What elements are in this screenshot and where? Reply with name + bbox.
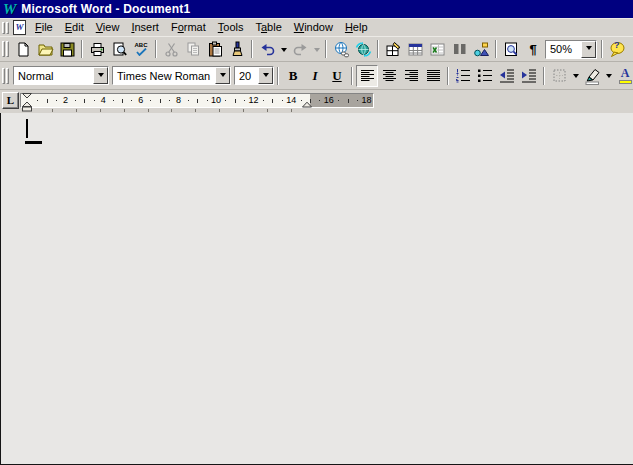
center-button[interactable] [378,65,400,87]
columns-button[interactable] [448,38,470,60]
default-tab-stop-tick [124,109,125,112]
left-indent-marker[interactable] [22,101,33,112]
highlight-button[interactable] [581,65,603,87]
tables-and-borders-button[interactable] [382,38,404,60]
font-size-combobox[interactable]: 20 [234,66,274,85]
zoom-dropdown-arrow[interactable] [581,41,596,58]
default-tab-stop-tick [100,109,101,112]
redo-button[interactable] [289,38,311,60]
ruler-mark [338,100,339,101]
undo-button[interactable] [256,38,278,60]
numbered-list-icon [455,68,471,83]
bold-icon: B [289,69,298,82]
redo-dropdown-arrow[interactable] [311,38,322,60]
numbering-button[interactable] [452,65,474,87]
toolbar-separator [81,40,83,58]
ruler-mark [282,100,283,101]
font-color-icon: A [619,68,632,84]
font-size-dropdown-arrow[interactable] [258,67,273,84]
print-button[interactable] [86,38,108,60]
menu-item-edit[interactable]: Edit [59,19,90,36]
italic-icon: I [312,69,317,82]
columns-icon [451,41,468,58]
bold-button[interactable]: B [282,65,304,87]
web-globe-icon [355,41,372,58]
ruler-mark: 16 [324,95,334,105]
cut-button[interactable] [160,38,182,60]
horizontal-ruler[interactable]: 24681012141618 [20,93,374,108]
font-color-button[interactable]: A [614,65,633,87]
underline-button[interactable]: U [326,65,348,87]
menu-item-file[interactable]: File [29,19,59,36]
border-dropdown-arrow[interactable] [570,65,581,87]
font-combobox[interactable]: Times New Roman [112,66,231,85]
tab-alignment-selector[interactable]: L [2,92,19,109]
menu-item-help[interactable]: Help [339,19,374,36]
first-line-indent-marker[interactable] [22,93,33,99]
document-map-button[interactable] [500,38,522,60]
highlight-pen-icon [584,67,601,85]
ruler-mark: 6 [138,95,143,105]
menu-bar: W FileEditViewInsertFormatToolsTableWind… [0,18,633,36]
bullets-button[interactable] [474,65,496,87]
menu-item-insert[interactable]: Insert [125,19,165,36]
increase-indent-button[interactable] [518,65,540,87]
menu-item-view[interactable]: View [90,19,126,36]
copy-button[interactable] [182,38,204,60]
decrease-indent-button[interactable] [496,65,518,87]
style-combobox[interactable]: Normal [13,66,109,85]
window-title: Microsoft Word - Document1 [21,2,190,16]
align-left-button[interactable] [356,65,378,87]
office-assistant-button[interactable]: ? [606,38,628,60]
formatting-toolbar-grip[interactable] [2,68,9,84]
print-preview-button[interactable] [108,38,130,60]
insert-table-button[interactable] [404,38,426,60]
font-dropdown-arrow[interactable] [215,67,230,84]
justify-button[interactable] [422,65,444,87]
document-control-icon[interactable]: W [13,20,26,35]
ruler-mark [197,99,198,103]
ruler-mark [113,100,114,101]
insert-hyperlink-button[interactable] [330,38,352,60]
format-painter-button[interactable] [226,38,248,60]
ruler-mark: 14 [286,95,296,105]
save-button[interactable] [56,38,78,60]
standard-toolbar-grip[interactable] [2,41,9,57]
style-dropdown-arrow[interactable] [93,67,108,84]
toolbar-separator [447,67,449,85]
right-indent-marker[interactable] [302,101,313,108]
default-tab-stop-tick [76,109,77,112]
ruler-mark [150,100,151,101]
menu-item-window[interactable]: Window [288,19,339,36]
italic-button[interactable]: I [304,65,326,87]
ruler-mark [319,100,320,101]
outside-border-button[interactable] [548,65,570,87]
web-toolbar-button[interactable] [352,38,374,60]
ruler-mark [75,100,76,101]
menu-item-tools[interactable]: Tools [212,19,250,36]
title-bar[interactable]: W Microsoft Word - Document1 [0,0,633,18]
document-area[interactable] [0,113,633,465]
spelling-grammar-button[interactable]: ABC [130,38,152,60]
menu-item-table[interactable]: Table [249,19,287,36]
drawing-button[interactable] [470,38,492,60]
show-hide-formatting-button[interactable]: ¶ [522,38,544,60]
menu-item-format[interactable]: Format [165,19,212,36]
align-right-button[interactable] [400,65,422,87]
paste-clipboard-icon [207,41,224,58]
justify-icon [427,69,440,82]
paste-button[interactable] [204,38,226,60]
insert-excel-worksheet-button[interactable] [426,38,448,60]
standard-toolbar: ABC [0,36,633,62]
undo-dropdown-arrow[interactable] [278,38,289,60]
ruler-mark [188,100,189,101]
bulleted-list-icon [477,68,493,83]
highlight-dropdown-arrow[interactable] [603,65,614,87]
zoom-combobox[interactable]: 50% [545,40,597,59]
open-button[interactable] [34,38,56,60]
align-center-icon [383,69,396,82]
ruler-mark [272,99,273,103]
new-document-button[interactable] [12,38,34,60]
menubar-grip[interactable] [2,22,9,34]
toolbar-separator [155,40,157,58]
